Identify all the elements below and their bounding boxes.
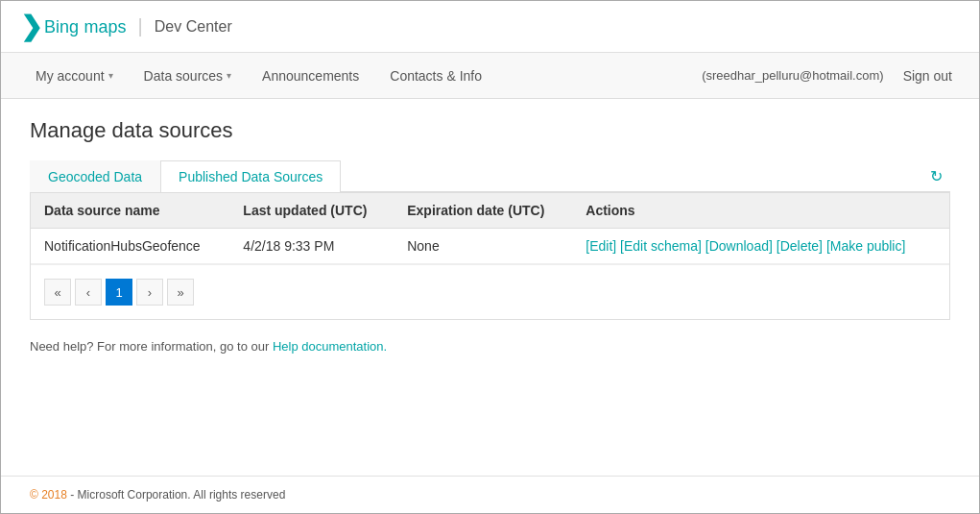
announcements-label: Announcements [262, 68, 359, 84]
pagination: « ‹ 1 › » [31, 264, 949, 319]
nav-announcements[interactable]: Announcements [247, 53, 374, 99]
app-window: ❯ Bing maps | Dev Center My account ▾ Da… [0, 0, 980, 514]
my-account-label: My account [36, 68, 105, 84]
pagination-first-button[interactable]: « [44, 279, 71, 306]
row-actions: [Edit] [Edit schema] [Download] [Delete]… [572, 229, 949, 264]
pagination-next-button[interactable]: › [136, 279, 163, 306]
refresh-button[interactable]: ↻ [922, 163, 950, 189]
data-sources-table-container: Data source name Last updated (UTC) Expi… [30, 192, 950, 320]
tabs-wrapper: Geocoded Data Published Data Sources ↻ [30, 160, 950, 192]
devcenter-text: Dev Center [155, 18, 232, 36]
footer: © 2018 - Microsoft Corporation. All righ… [1, 476, 979, 513]
maps-text: maps [84, 17, 127, 37]
action-edit-schema-link[interactable]: [Edit schema] [620, 238, 702, 254]
help-text-prefix: Need help? For more information, go to o… [30, 339, 273, 354]
nav-bar: My account ▾ Data sources ▾ Announcement… [1, 53, 979, 99]
user-email: (sreedhar_pelluru@hotmail.com) [690, 68, 896, 83]
col-header-actions: Actions [572, 193, 949, 229]
geocoded-data-tab-label: Geocoded Data [48, 169, 142, 184]
sign-out-button[interactable]: Sign out [896, 68, 960, 84]
nav-items: My account ▾ Data sources ▾ Announcement… [20, 53, 690, 99]
action-edit-link[interactable]: [Edit] [586, 238, 616, 254]
footer-text: © 2018 - Microsoft Corporation. All righ… [30, 488, 285, 502]
col-header-expiration: Expiration date (UTC) [394, 193, 572, 229]
nav-contacts-info[interactable]: Contacts & Info [374, 53, 497, 99]
table-header-row: Data source name Last updated (UTC) Expi… [31, 193, 949, 229]
bing-maps-logo: ❯ Bing maps | Dev Center [20, 11, 232, 42]
logo-bar: ❯ Bing maps | Dev Center [1, 1, 979, 53]
footer-copyright-year: © 2018 [30, 488, 67, 502]
bing-b-icon: ❯ [20, 11, 42, 42]
tab-published-data-sources[interactable]: Published Data Sources [160, 160, 341, 192]
table-row: NotificationHubsGeofence 4/2/18 9:33 PM … [31, 229, 949, 264]
data-sources-label: Data sources [144, 68, 223, 84]
tab-geocoded-data[interactable]: Geocoded Data [30, 160, 160, 192]
main-content: Manage data sources Geocoded Data Publis… [1, 99, 979, 476]
nav-my-account[interactable]: My account ▾ [20, 53, 129, 99]
row-expiration: None [394, 229, 572, 264]
row-name: NotificationHubsGeofence [31, 229, 229, 264]
maps-word: maps [84, 15, 127, 37]
col-header-updated: Last updated (UTC) [229, 193, 394, 229]
pagination-page-1-button[interactable]: 1 [106, 279, 132, 306]
col-header-name: Data source name [31, 193, 229, 229]
action-delete-link[interactable]: [Delete] [777, 238, 823, 254]
footer-company-text: - Microsoft Corporation. All rights rese… [70, 488, 285, 502]
bing-word: Bing [44, 17, 79, 37]
logo-divider: | [138, 15, 143, 37]
pagination-prev-button[interactable]: ‹ [75, 279, 102, 306]
page-title: Manage data sources [30, 118, 950, 143]
help-documentation-link[interactable]: Help documentation. [273, 339, 387, 354]
published-data-sources-tab-label: Published Data Sources [179, 169, 323, 184]
bing-text: Bing maps [44, 15, 127, 37]
row-last-updated: 4/2/18 9:33 PM [229, 229, 394, 264]
nav-data-sources[interactable]: Data sources ▾ [129, 53, 247, 99]
data-sources-table: Data source name Last updated (UTC) Expi… [31, 193, 949, 264]
action-make-public-link[interactable]: [Make public] [826, 238, 905, 254]
pagination-last-button[interactable]: » [167, 279, 194, 306]
tabs-left: Geocoded Data Published Data Sources [30, 160, 922, 191]
data-sources-arrow-icon: ▾ [227, 70, 231, 81]
my-account-arrow-icon: ▾ [108, 70, 113, 81]
action-download-link[interactable]: [Download] [705, 238, 773, 254]
help-text: Need help? For more information, go to o… [30, 339, 950, 354]
contacts-info-label: Contacts & Info [390, 68, 482, 84]
